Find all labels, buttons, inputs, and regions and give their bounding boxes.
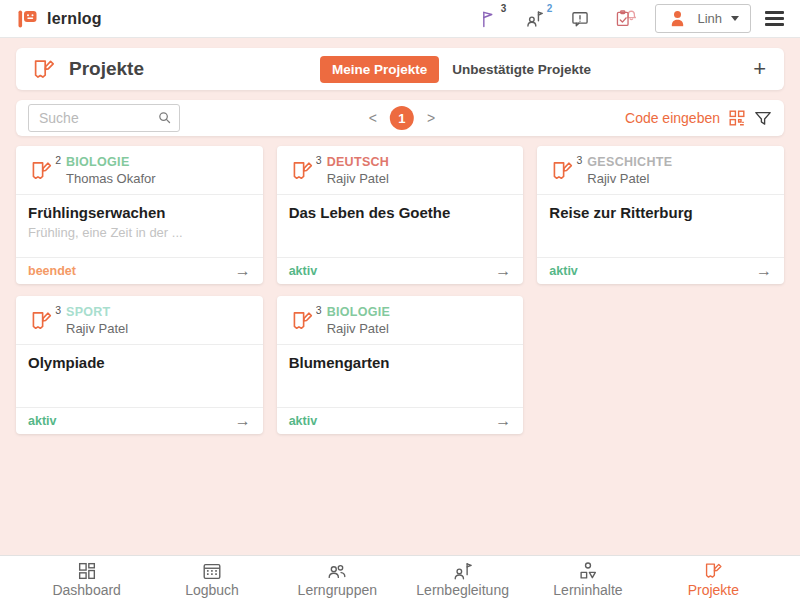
search-box bbox=[28, 104, 180, 132]
project-category: GESCHICHTE bbox=[587, 155, 672, 169]
project-tabs: Meine Projekte Unbestätigte Projekte bbox=[320, 56, 591, 83]
add-project-button[interactable]: + bbox=[749, 58, 770, 80]
project-card[interactable]: 3 GESCHICHTE Rajiv Patel Reise zur Ritte… bbox=[537, 146, 784, 284]
project-subtitle: Frühling, eine Zeit in der ... bbox=[28, 225, 251, 240]
learning-companion-nav-icon bbox=[452, 560, 474, 582]
page-header: Projekte Meine Projekte Unbestätigte Pro… bbox=[16, 48, 784, 90]
project-title: Olympiade bbox=[28, 354, 251, 371]
pagination: < 1 > bbox=[369, 100, 435, 136]
project-status: beendet bbox=[28, 264, 76, 278]
project-teacher: Thomas Okafor bbox=[66, 171, 156, 186]
prev-page-button[interactable]: < bbox=[369, 110, 377, 126]
arrow-right-icon[interactable]: → bbox=[235, 413, 251, 429]
nav-label: Lerninhalte bbox=[553, 583, 622, 597]
project-status: aktiv bbox=[28, 414, 57, 428]
project-category: SPORT bbox=[66, 305, 128, 319]
project-category: BIOLOGIE bbox=[327, 305, 391, 319]
project-card-icon: 3 bbox=[289, 158, 315, 184]
learning-companion-icon[interactable]: 2 bbox=[523, 8, 545, 30]
nav-item-lernbegleitung[interactable]: Lernbegleitung bbox=[400, 556, 525, 600]
qr-code-icon[interactable] bbox=[729, 110, 745, 126]
toolbar: < 1 > Code eingeben bbox=[16, 100, 784, 136]
lernlog-logo-icon bbox=[16, 7, 40, 31]
dashboard-icon bbox=[76, 560, 98, 582]
tasks-notification-icon[interactable] bbox=[615, 8, 637, 30]
learning-content-icon bbox=[577, 560, 599, 582]
project-title: Reise zur Ritterburg bbox=[549, 204, 772, 221]
logbook-calendar-icon bbox=[201, 560, 223, 582]
project-status: aktiv bbox=[289, 414, 318, 428]
nav-item-projekte[interactable]: Projekte bbox=[651, 556, 776, 600]
lernlog-logo[interactable]: lernlog bbox=[16, 7, 102, 31]
project-teacher: Rajiv Patel bbox=[327, 171, 390, 186]
flag-icon[interactable]: 3 bbox=[477, 8, 499, 30]
arrow-right-icon[interactable]: → bbox=[495, 263, 511, 279]
tab-unbestaetigte-projekte[interactable]: Unbestätigte Projekte bbox=[452, 62, 591, 77]
projects-icon bbox=[30, 56, 57, 83]
flag-badge-count: 3 bbox=[501, 3, 507, 14]
top-bar: lernlog 3 2 bbox=[0, 0, 800, 38]
nav-item-logbuch[interactable]: Logbuch bbox=[149, 556, 274, 600]
nav-label: Lernbegleitung bbox=[416, 583, 509, 597]
nav-label: Dashboard bbox=[52, 583, 121, 597]
project-title: Blumengarten bbox=[289, 354, 512, 371]
project-category: BIOLOGIE bbox=[66, 155, 156, 169]
bottom-nav: Dashboard Logbuch Lerngruppen Lernb bbox=[0, 555, 800, 600]
page-title: Projekte bbox=[69, 58, 144, 80]
nav-label: Logbuch bbox=[185, 583, 239, 597]
project-status: aktiv bbox=[289, 264, 318, 278]
code-entry-link[interactable]: Code eingeben bbox=[625, 110, 720, 126]
project-phase-count: 3 bbox=[316, 154, 322, 166]
companion-badge-count: 2 bbox=[547, 3, 553, 14]
project-title: Frühlingserwachen bbox=[28, 204, 251, 221]
nav-item-dashboard[interactable]: Dashboard bbox=[24, 556, 149, 600]
project-teacher: Rajiv Patel bbox=[587, 171, 672, 186]
current-page-button[interactable]: 1 bbox=[390, 106, 414, 130]
project-phase-count: 3 bbox=[55, 304, 61, 316]
project-phase-count: 2 bbox=[55, 154, 61, 166]
project-category: DEUTSCH bbox=[327, 155, 390, 169]
projects-nav-icon bbox=[702, 560, 724, 582]
project-card-icon: 2 bbox=[28, 158, 54, 184]
menu-icon[interactable] bbox=[765, 11, 784, 26]
feedback-bubble-icon[interactable] bbox=[569, 8, 591, 30]
user-avatar-icon bbox=[667, 8, 688, 29]
user-menu-button[interactable]: Linh bbox=[655, 4, 751, 33]
project-teacher: Rajiv Patel bbox=[66, 321, 128, 336]
search-icon bbox=[157, 110, 172, 125]
project-card-icon: 3 bbox=[28, 308, 54, 334]
nav-label: Projekte bbox=[688, 583, 739, 597]
arrow-right-icon[interactable]: → bbox=[235, 263, 251, 279]
arrow-right-icon[interactable]: → bbox=[495, 413, 511, 429]
project-phase-count: 3 bbox=[576, 154, 582, 166]
nav-item-lerninhalte[interactable]: Lerninhalte bbox=[525, 556, 650, 600]
arrow-right-icon[interactable]: → bbox=[756, 263, 772, 279]
filter-icon[interactable] bbox=[754, 110, 772, 127]
main-content: Projekte Meine Projekte Unbestätigte Pro… bbox=[0, 38, 800, 555]
project-card[interactable]: 2 BIOLOGIE Thomas Okafor Frühlingserwach… bbox=[16, 146, 263, 284]
project-card-icon: 3 bbox=[289, 308, 315, 334]
project-teacher: Rajiv Patel bbox=[327, 321, 391, 336]
logo-text: lernlog bbox=[47, 10, 102, 28]
user-name: Linh bbox=[697, 11, 722, 26]
nav-item-lerngruppen[interactable]: Lerngruppen bbox=[275, 556, 400, 600]
tab-meine-projekte[interactable]: Meine Projekte bbox=[320, 56, 439, 83]
project-card[interactable]: 3 DEUTSCH Rajiv Patel Das Leben des Goet… bbox=[277, 146, 524, 284]
project-status: aktiv bbox=[549, 264, 578, 278]
chevron-down-icon bbox=[731, 16, 739, 21]
project-phase-count: 3 bbox=[316, 304, 322, 316]
project-card-icon: 3 bbox=[549, 158, 575, 184]
learning-groups-icon bbox=[326, 560, 348, 582]
project-title: Das Leben des Goethe bbox=[289, 204, 512, 221]
project-card[interactable]: 3 BIOLOGIE Rajiv Patel Blumengarten akti… bbox=[277, 296, 524, 434]
project-cards-grid: 2 BIOLOGIE Thomas Okafor Frühlingserwach… bbox=[16, 146, 784, 434]
nav-label: Lerngruppen bbox=[298, 583, 377, 597]
next-page-button[interactable]: > bbox=[427, 110, 435, 126]
project-card[interactable]: 3 SPORT Rajiv Patel Olympiade aktiv → bbox=[16, 296, 263, 434]
